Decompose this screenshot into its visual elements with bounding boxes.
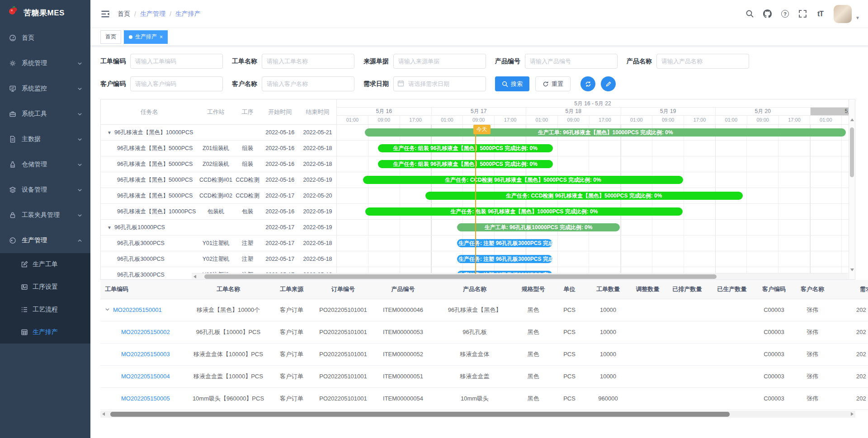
table-row[interactable]: MO202205150001 移液盒【黑色】10000个 客户订单 PO2022… <box>100 299 868 321</box>
gantt-row[interactable]: ▼96孔移液盒【黑色】10000PCS 2022-05-16 2022-05-2… <box>101 125 336 141</box>
sidebar-item-master-data[interactable]: 主数据 <box>0 127 90 152</box>
sidebar-item-home[interactable]: 首页 <box>0 25 90 51</box>
column-header: 订单编号 <box>316 280 370 299</box>
breadcrumb-home[interactable]: 首页 <box>118 10 130 18</box>
table-row[interactable]: MO202205150002 96孔孔板【10000】PCS 客户订单 PO20… <box>100 321 868 343</box>
gantt-bar-task-selected[interactable]: 生产任务: 注塑 96孔孔板3000PCS 完成比例: 0% <box>457 255 552 263</box>
column-header: 任务名 <box>101 108 198 116</box>
chevron-down-icon <box>77 213 82 218</box>
worder-link[interactable]: MO202205150005 <box>121 395 170 402</box>
sidebar-item-fixtures[interactable]: 工装夹具管理 <box>0 203 90 228</box>
gantt-row[interactable]: ▼96孔孔板10000PCS 2022-05-17 2022-05-19 <box>101 220 336 235</box>
search-icon[interactable] <box>745 9 754 18</box>
scroll-up-arrow-icon[interactable] <box>850 118 854 121</box>
sidebar-item-process-flow[interactable]: 工艺流程 <box>0 298 90 321</box>
gantt-horizontal-scrollbar[interactable] <box>192 273 848 279</box>
sidebar-item-system-tools[interactable]: 系统工具 <box>0 101 90 127</box>
sidebar-item-warehouse[interactable]: 仓储管理 <box>0 152 90 177</box>
worder-link[interactable]: MO202205150002 <box>121 329 170 335</box>
table-row[interactable]: MO202205150004 移液盒盒盖【10000】PCS 客户订单 PO20… <box>100 365 868 387</box>
gantt-task-table: 任务名 工作站 工序 开始时间 结束时间 ▼96孔移液盒【黑色】10000PCS… <box>101 99 337 279</box>
gantt-bar-task[interactable]: 生产任务: 组装 96孔移液盒【黑色】5000PCS 完成比例: 0% <box>378 144 553 152</box>
sidebar-toggle-icon[interactable] <box>100 9 110 19</box>
gantt-bar-task[interactable]: 生产任务: CCD检测 96孔移液盒【黑色】5000PCS 完成比例: 0% <box>363 176 684 184</box>
chevron-down-icon <box>77 61 82 66</box>
tab-home[interactable]: 首页 <box>100 30 121 44</box>
pencil-icon <box>605 81 612 87</box>
gantt-row[interactable]: 96孔移液盒【黑色】5000PCS CCD检测#01 CCD检测 2022-05… <box>101 172 336 188</box>
gantt-bar-task-selected[interactable]: 生产任务: 注塑 96孔孔板3000PCS 完成比例: 0% <box>457 239 552 247</box>
worder-link[interactable]: MO202205150004 <box>121 373 170 380</box>
expand-triangle-icon[interactable]: ▼ <box>107 225 112 230</box>
expand-triangle-icon[interactable]: ▼ <box>107 130 112 135</box>
product-code-input[interactable] <box>525 54 618 69</box>
gantt-row[interactable]: 96孔移液盒【黑色】10000PCS 包装机 包装 2022-05-16 202… <box>101 204 336 220</box>
gantt-row[interactable]: 96孔移液盒【黑色】5000PCS CCD检测#02 CCD检测 2022-05… <box>101 188 336 204</box>
demand-date-input[interactable] <box>393 76 486 91</box>
worder-name-input[interactable] <box>262 54 354 69</box>
gantt-table-header: 任务名 工作站 工序 开始时间 结束时间 <box>101 99 336 125</box>
sidebar-item-system-mgmt[interactable]: 系统管理 <box>0 51 90 76</box>
breadcrumb-production-scheduling[interactable]: 生产排产 <box>175 10 201 18</box>
tab-label: 首页 <box>105 33 116 41</box>
gantt-row[interactable]: 96孔孔板3000PCS Y02注塑机 注塑 2022-05-17 2022-0… <box>101 251 336 267</box>
reset-button[interactable]: 重置 <box>535 76 571 91</box>
avatar[interactable] <box>834 5 852 23</box>
gantt-bar-workorder[interactable]: 生产工单: 96孔孔板10000PCS 完成比例: 0% <box>457 223 620 231</box>
table-horizontal-scrollbar[interactable] <box>100 411 855 418</box>
field-label: 产品名称 <box>627 57 652 66</box>
row-expand-chevron-icon[interactable] <box>105 307 110 312</box>
product-name-input[interactable] <box>656 54 749 69</box>
search-button[interactable]: 搜索 <box>495 76 529 91</box>
user-menu-caret-icon[interactable]: ▼ <box>855 15 860 23</box>
gantt-vertical-scrollbar[interactable] <box>849 99 855 279</box>
gantt-bar-task[interactable]: 生产任务: CCD检测 96孔移液盒【黑色】5000PCS 完成比例: 0% <box>425 192 743 200</box>
worder-link[interactable]: MO202205150003 <box>121 351 170 358</box>
gantt-bar-task[interactable]: 生产任务: 包装 96孔移液盒【黑色】10000PCS 完成比例: 0% <box>365 207 683 216</box>
gantt-row[interactable]: 96孔孔板3000PCS Y01注塑机 注塑 2022-05-17 2022-0… <box>101 235 336 251</box>
gantt-chart-area: 生产工单: 96孔移液盒【黑色】10000PCS 完成比例: 0% 生产任务: … <box>337 125 849 274</box>
scrollbar-thumb[interactable] <box>110 412 730 417</box>
worder-code-input[interactable] <box>130 54 223 69</box>
gantt-bar-workorder[interactable]: 生产工单: 96孔移液盒【黑色】10000PCS 完成比例: 0% <box>365 128 846 137</box>
sidebar-item-process-settings[interactable]: 工序设置 <box>0 276 90 298</box>
tab-close-icon[interactable]: × <box>160 34 163 40</box>
sidebar-item-label: 生产排产 <box>33 328 58 336</box>
chevron-down-icon <box>77 112 82 117</box>
tab-production-scheduling[interactable]: 生产排产 × <box>124 30 168 44</box>
column-header: 需求日期 <box>831 280 868 299</box>
scroll-right-arrow-icon[interactable] <box>851 412 854 416</box>
sidebar-item-production-scheduling[interactable]: 生产排产 <box>0 321 90 344</box>
table-row[interactable]: MO202205150005 10mm吸头【960000】PCS 客户订单 PO… <box>100 387 868 410</box>
column-header: 产品编号 <box>370 280 436 299</box>
sidebar-item-work-orders[interactable]: 生产工单 <box>0 253 90 276</box>
scroll-down-arrow-icon[interactable] <box>850 268 854 271</box>
sidebar-menu: 首页 系统管理 系统监控 系统工具 主数据 <box>0 25 90 344</box>
customer-name-input[interactable] <box>262 76 354 91</box>
gantt-day-header: 5月 16 5月 17 5月 18 5月 19 5月 20 5月 21 <box>337 108 849 116</box>
worder-link[interactable]: MO202205150001 <box>113 306 162 313</box>
breadcrumb-production-mgmt[interactable]: 生产管理 <box>140 10 165 18</box>
fullscreen-icon[interactable] <box>798 9 807 18</box>
scroll-left-arrow-icon[interactable] <box>102 412 105 416</box>
source-doc-input[interactable] <box>393 54 486 69</box>
customer-code-input[interactable] <box>130 76 223 91</box>
scrollbar-thumb[interactable] <box>204 274 717 279</box>
gantt-bar-task[interactable]: 生产任务: 组装 96孔移液盒【黑色】5000PCS 完成比例: 0% <box>378 160 553 168</box>
sidebar-item-production[interactable]: 生产管理 <box>0 228 90 253</box>
help-icon[interactable]: ? <box>781 9 789 18</box>
sidebar-item-equipment[interactable]: 设备管理 <box>0 177 90 203</box>
table-row[interactable]: MO202205150003 移液盒盒体【10000】PCS 客户订单 PO20… <box>100 343 868 365</box>
app-logo[interactable]: 苦糖果MES <box>0 0 90 25</box>
edit-schedule-button[interactable] <box>601 76 616 91</box>
github-icon[interactable] <box>763 9 772 18</box>
gantt-row[interactable]: 96孔移液盒【黑色】5000PCS Z01组装机 组装 2022-05-16 2… <box>101 141 336 156</box>
refresh-schedule-button[interactable] <box>580 76 595 91</box>
font-size-icon[interactable]: tT <box>816 9 825 18</box>
filter-form: 工单编码 工单名称 来源单据 产品编号 产品名称 <box>90 46 868 99</box>
scrollbar-thumb[interactable] <box>850 127 854 177</box>
filter-field-customer-name: 客户名称 <box>232 76 354 91</box>
scroll-left-arrow-icon[interactable] <box>193 275 196 278</box>
sidebar-item-system-monitor[interactable]: 系统监控 <box>0 76 90 101</box>
gantt-row[interactable]: 96孔移液盒【黑色】5000PCS Z02组装机 组装 2022-05-16 2… <box>101 156 336 172</box>
